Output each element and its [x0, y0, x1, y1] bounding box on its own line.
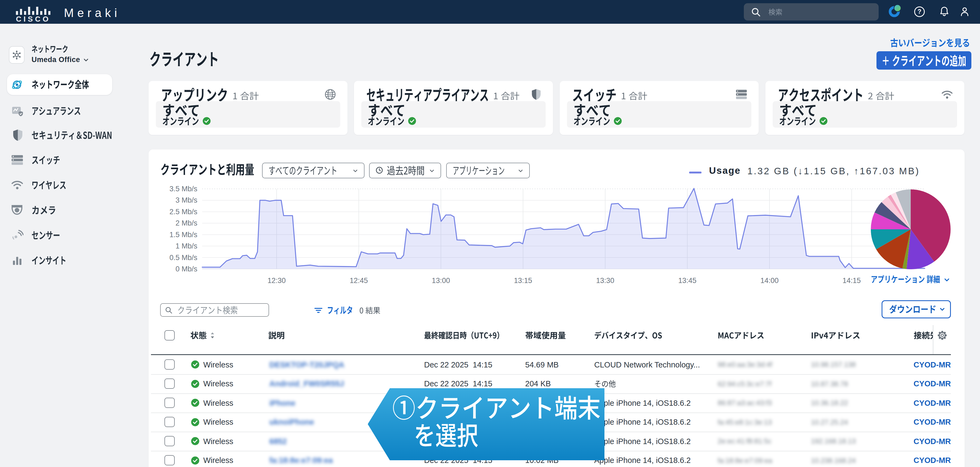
- svg-text:14:15: 14:15: [843, 277, 861, 285]
- svg-text:?: ?: [918, 8, 921, 15]
- svg-text:12:45: 12:45: [350, 277, 368, 285]
- svg-text:3 Mb/s: 3 Mb/s: [175, 196, 197, 204]
- svg-text:0 Mb/s: 0 Mb/s: [175, 265, 197, 273]
- svg-text:13:30: 13:30: [596, 277, 614, 285]
- svg-text:3.5 Mb/s: 3.5 Mb/s: [169, 185, 197, 193]
- svg-text:12:30: 12:30: [267, 277, 286, 285]
- svg-text:1 Mb/s: 1 Mb/s: [175, 242, 197, 250]
- svg-text:0.5 Mb/s: 0.5 Mb/s: [169, 253, 197, 262]
- svg-text:1.5 Mb/s: 1.5 Mb/s: [169, 231, 197, 239]
- svg-text:13:45: 13:45: [678, 277, 697, 285]
- svg-text:2.5 Mb/s: 2.5 Mb/s: [169, 208, 197, 216]
- svg-text:2 Mb/s: 2 Mb/s: [175, 219, 197, 227]
- svg-text:14:00: 14:00: [760, 277, 779, 285]
- svg-text:13:00: 13:00: [432, 277, 450, 285]
- svg-text:13:15: 13:15: [514, 277, 532, 285]
